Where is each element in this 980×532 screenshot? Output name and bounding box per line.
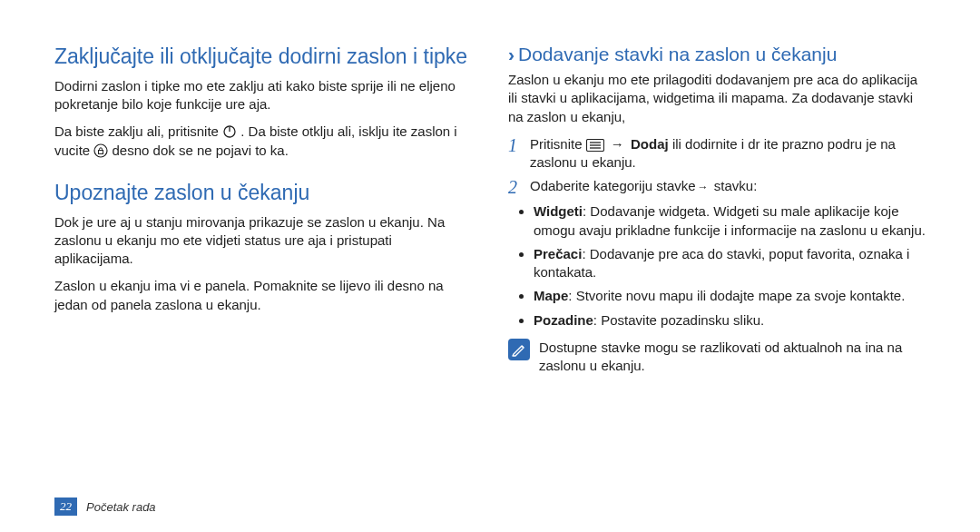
step-number: 2 [508, 177, 523, 197]
menu-option-dodaj: Dodaj [631, 136, 669, 152]
item-label: Prečaci [534, 246, 582, 261]
arrow-icon [696, 178, 710, 193]
para-idle-2: Zaslon u ekanju ima vi e panela. Pomakni… [54, 277, 472, 314]
text: Da biste zaklju ali, pritisnite [54, 123, 222, 139]
item-text: : Stvorite novu mapu ili dodajte mape za… [568, 288, 905, 303]
note-box: Dostupne stavke mogu se razlikovati od a… [508, 339, 926, 376]
category-list: Widgeti: Dodavanje widgeta. Widgeti su m… [508, 202, 926, 330]
list-item: Pozadine: Postavite pozadinsku sliku. [534, 311, 926, 330]
list-item: Prečaci: Dodavanje pre aca do stavki, po… [534, 245, 926, 282]
step-number: 1 [508, 135, 523, 172]
text: desno dok se ne pojavi to ka. [113, 143, 289, 158]
chevron-icon: › [508, 44, 514, 64]
item-text: : Postavite pozadinsku sliku. [593, 312, 764, 328]
item-label: Widgeti [534, 203, 583, 219]
lock-icon [93, 143, 108, 158]
para-lock-1: Dodirni zaslon i tipke mo ete zaklju ati… [54, 77, 472, 114]
item-label: Pozadine [534, 312, 593, 328]
text: stavku: [710, 178, 758, 193]
heading-idle: Upoznajte zaslon u čekanju [54, 180, 472, 206]
list-item: Mape: Stvorite novu mapu ili dodajte map… [534, 287, 926, 305]
power-icon [222, 124, 237, 139]
section-title: Početak rada [86, 500, 156, 514]
step-body: Pritisnite Dodaj ili dodirnite i dr ite … [530, 135, 926, 172]
note-text: Dostupne stavke mogu se razlikovati od a… [539, 339, 926, 376]
text: Odaberite kategoriju stavke [530, 178, 696, 193]
item-text: : Dodavanje widgeta. Widgeti su male apl… [534, 203, 926, 237]
para-lock-2: Da biste zaklju ali, pritisnite . Da bis… [54, 123, 472, 160]
list-item: Widgeti: Dodavanje widgeta. Widgeti su m… [534, 202, 926, 240]
para-add-intro: Zaslon u ekanju mo ete prilagoditi dodav… [508, 71, 926, 126]
step-1: 1 Pritisnite Dodaj ili dodirnite i dr it… [508, 135, 926, 172]
arrow-icon [608, 136, 627, 152]
svg-line-8 [522, 346, 524, 348]
item-text: : Dodavanje pre aca do stavki, poput fav… [534, 246, 909, 280]
menu-icon [586, 139, 604, 152]
page-footer: 22 Početak rada [54, 498, 156, 516]
right-column: ›Dodavanje stavki na zaslon u čekanju Za… [508, 44, 926, 514]
page-number: 22 [54, 498, 77, 516]
para-idle-1: Dok je ure aj u stanju mirovanja prikazu… [54, 213, 472, 269]
item-label: Mape [534, 288, 568, 303]
svg-rect-3 [99, 150, 103, 153]
heading-text: Dodavanje stavki na zaslon u čekanju [518, 44, 837, 64]
step-2: 2 Odaberite kategoriju stavke stavku: [508, 177, 926, 197]
note-icon [508, 339, 530, 360]
step-body: Odaberite kategoriju stavke stavku: [530, 177, 926, 197]
text: Pritisnite [530, 136, 586, 152]
heading-add-items: ›Dodavanje stavki na zaslon u čekanju [508, 44, 926, 65]
page: Zaključajte ili otključajte dodirni zasl… [0, 0, 980, 532]
left-column: Zaključajte ili otključajte dodirni zasl… [54, 44, 472, 514]
heading-lock: Zaključajte ili otključajte dodirni zasl… [54, 44, 472, 70]
